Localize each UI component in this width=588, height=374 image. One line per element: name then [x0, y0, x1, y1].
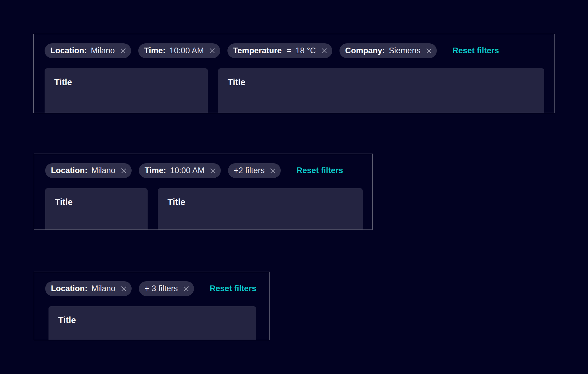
- close-icon[interactable]: [183, 285, 190, 292]
- filter-chip[interactable]: + 3 filters: [139, 281, 194, 296]
- filter-chip[interactable]: Time:10:00 AM: [139, 163, 221, 178]
- chip-label: Temperature: [233, 47, 282, 55]
- filter-chip[interactable]: Temperature=18 °C: [227, 43, 332, 58]
- canvas: Location:MilanoTime:10:00 AMTemperature=…: [0, 0, 588, 374]
- chip-label: Location:: [51, 285, 88, 293]
- chip-label: Company:: [345, 47, 385, 55]
- filter-chip[interactable]: Time:10:00 AM: [138, 43, 220, 58]
- filter-chip[interactable]: Location:Milano: [45, 43, 131, 58]
- reset-filters-link[interactable]: Reset filters: [452, 46, 499, 55]
- filter-chip[interactable]: Company:Siemens: [339, 43, 437, 58]
- filter-panel-collapsed-2: Location:MilanoTime:10:00 AM+2 filtersRe…: [34, 154, 373, 230]
- chip-value: Milano: [92, 285, 116, 293]
- title-card: Title: [48, 306, 256, 340]
- card-title: Title: [58, 315, 246, 325]
- close-icon[interactable]: [425, 47, 433, 55]
- chip-value: + 3 filters: [145, 285, 178, 293]
- cards-row: TitleTitle: [45, 68, 544, 113]
- close-icon[interactable]: [269, 167, 277, 174]
- chip-value: 10:00 AM: [170, 47, 204, 55]
- close-icon[interactable]: [209, 167, 217, 174]
- chip-row: Location:Milano+ 3 filtersReset filters: [45, 281, 259, 296]
- chip-label: Location:: [50, 47, 87, 55]
- chip-value: Milano: [91, 47, 115, 55]
- chip-value: Milano: [92, 167, 116, 175]
- close-icon[interactable]: [120, 167, 127, 174]
- chip-label: Time:: [144, 47, 166, 55]
- close-icon[interactable]: [120, 285, 127, 292]
- chip-value: 10:00 AM: [170, 167, 205, 175]
- card-title: Title: [54, 77, 198, 87]
- close-icon[interactable]: [321, 47, 328, 55]
- chip-value: +2 filters: [234, 167, 265, 175]
- chip-operator: =: [287, 47, 292, 55]
- reset-filters-link[interactable]: Reset filters: [296, 166, 343, 175]
- card-title: Title: [167, 197, 353, 207]
- card-title: Title: [55, 197, 138, 207]
- chip-value: 18 °C: [296, 47, 316, 55]
- title-card: Title: [158, 188, 363, 230]
- filter-chip[interactable]: Location:Milano: [45, 281, 132, 296]
- chip-label: Time:: [145, 167, 166, 175]
- filter-panel-collapsed-3: Location:Milano+ 3 filtersReset filters …: [34, 272, 270, 340]
- cards-row: TitleTitle: [45, 188, 363, 230]
- chip-row: Location:MilanoTime:10:00 AM+2 filtersRe…: [45, 163, 363, 178]
- reset-filters-link[interactable]: Reset filters: [210, 284, 256, 293]
- chip-value: Siemens: [389, 47, 421, 55]
- chip-row: Location:MilanoTime:10:00 AMTemperature=…: [45, 43, 544, 58]
- title-card: Title: [45, 68, 208, 113]
- filter-chip[interactable]: Location:Milano: [45, 163, 132, 178]
- card-title: Title: [228, 77, 535, 87]
- title-card: Title: [218, 68, 544, 113]
- close-icon[interactable]: [120, 47, 127, 55]
- filter-chip[interactable]: +2 filters: [228, 163, 281, 178]
- close-icon[interactable]: [209, 47, 216, 55]
- cards-row: Title: [45, 306, 259, 340]
- title-card: Title: [45, 188, 148, 230]
- filter-panel-full: Location:MilanoTime:10:00 AMTemperature=…: [33, 34, 555, 113]
- chip-label: Location:: [51, 167, 88, 175]
